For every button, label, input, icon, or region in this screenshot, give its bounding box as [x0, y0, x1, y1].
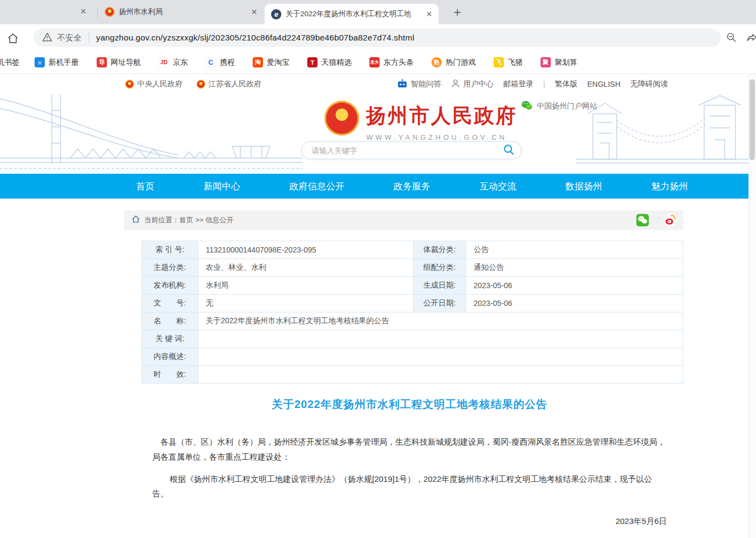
bookmarks-bar: 机书签 ≡ 新机手册 导 网址导航 JD 京东 C 携程 淘 爱淘宝 T 天猫精… — [0, 51, 756, 74]
bookmark-label: 热门游戏 — [446, 58, 476, 67]
meta-label: 组配分类: — [414, 259, 466, 277]
link-accessibility[interactable]: 无障碍阅读 — [630, 79, 668, 89]
tab-separator — [97, 6, 98, 18]
gov-emblem-favicon — [105, 7, 114, 17]
meta-label: 发布机构: — [142, 277, 198, 295]
bookmark-label: 爱淘宝 — [267, 58, 289, 67]
manual-favicon: ≡ — [35, 57, 45, 67]
share-icon[interactable] — [746, 32, 756, 45]
site-title: 扬州市人民政府 — [366, 103, 517, 130]
table-row: 内容概述: — [142, 348, 683, 366]
link-central-government[interactable]: 中央人民政府 — [125, 79, 183, 89]
bookmark-dongfang-toutiao[interactable]: 东方 东方头条 — [369, 57, 414, 67]
nav-item-charm-yangzhou[interactable]: 魅力扬州 — [651, 180, 688, 193]
meta-label: 名 称: — [142, 312, 198, 330]
nav-item-gov-services[interactable]: 政务服务 — [394, 180, 430, 193]
breadcrumb-bar: 当前位置：首页 >> 信息公开 — [124, 210, 683, 230]
link-user-center[interactable]: 用户中心 — [451, 79, 494, 90]
portal-label: 中国扬州门户网站 — [537, 101, 597, 111]
utility-divider: | — [543, 80, 545, 88]
meta-value — [198, 366, 683, 384]
link-label: 用户中心 — [463, 79, 494, 89]
article-paragraph: 各县（市、区）水利（务）局，扬州经济开发区城乡事务管理局，生态科技新城规划建设局… — [152, 434, 667, 465]
weibo-share-icon[interactable] — [664, 214, 677, 227]
nav-item-data-yangzhou[interactable]: 数据扬州 — [565, 180, 602, 193]
url-text[interactable]: yangzhou.gov.cn/yzszxxgk/slj/202305/210c… — [96, 33, 414, 43]
bookmark-ctrip[interactable]: C 携程 — [206, 57, 235, 67]
bookmark-label: 携程 — [220, 58, 235, 67]
search-icon[interactable] — [503, 144, 515, 158]
national-emblem-logo — [325, 101, 359, 135]
site-url-caption: WWW.YANGZHOU.GOV.CN — [366, 133, 517, 141]
address-bar[interactable]: 不安全 yangzhou.gov.cn/yzszxxgk/slj/202305/… — [33, 29, 721, 47]
nav-item-interaction[interactable]: 互动交流 — [480, 180, 516, 193]
bookmark-juhuasuan[interactable]: 聚 聚划算 — [541, 57, 577, 67]
nav-item-gov-info-disclosure[interactable]: 政府信息公开 — [289, 180, 345, 193]
breadcrumb-home-icon[interactable] — [132, 215, 140, 225]
wechat-share-icon[interactable] — [636, 214, 649, 227]
bookmark-fliggy[interactable]: 飞 飞猪 — [494, 57, 523, 67]
bookmark-label: 东方头条 — [383, 58, 414, 67]
link-smart-qa[interactable]: 智能问答 — [397, 79, 441, 90]
zoom-out-icon[interactable] — [726, 32, 737, 45]
link-jiangsu-government[interactable]: 江苏省人民政府 — [197, 79, 261, 89]
page-scrollbar[interactable] — [748, 74, 756, 538]
close-tab-icon[interactable]: × — [80, 6, 86, 16]
bookmark-mobile-bookmarks[interactable]: 机书签 — [0, 58, 19, 67]
link-english[interactable]: ENGLISH — [588, 80, 620, 88]
breadcrumb-separator: >> — [195, 216, 204, 224]
table-row: 主题分类: 农业、林业、水利 组配分类: 通知公告 — [142, 259, 683, 277]
security-label: 不安全 — [57, 33, 82, 43]
nav-item-home[interactable]: 首页 — [136, 180, 154, 193]
breadcrumb: 当前位置：首页 >> 信息公开 — [144, 215, 233, 225]
bookmark-label: 新机手册 — [49, 58, 79, 67]
bookmark-hot-games[interactable]: 热 热门游戏 — [431, 57, 476, 67]
browser-tab-yangzhou-water-bureau[interactable]: 扬州市水利局 × — [98, 0, 264, 24]
bookmark-site-navigation[interactable]: 导 网址导航 — [97, 57, 141, 67]
meta-value: 2023-05-06 — [466, 295, 683, 312]
nav-item-news-center[interactable]: 新闻中心 — [204, 180, 240, 193]
meta-label: 生成日期: — [414, 277, 466, 295]
close-tab-icon[interactable]: × — [426, 9, 432, 19]
search-box[interactable] — [301, 141, 522, 159]
link-label: 智能问答 — [411, 79, 441, 89]
bookmark-jd[interactable]: JD 京东 — [159, 57, 188, 67]
scrollbar-thumb[interactable] — [750, 79, 755, 160]
bookmark-label: 聚划算 — [555, 58, 577, 67]
browser-tab-active-announcement[interactable]: e 关于2022年度扬州市水利工程文明工地 × — [265, 4, 438, 24]
close-tab-icon[interactable]: × — [251, 7, 257, 17]
new-tab-button[interactable]: + — [450, 5, 465, 20]
table-row: 索 引 号: 11321000014407098E-2023-095 体裁分类:… — [142, 241, 683, 259]
meta-value: 11321000014407098E-2023-095 — [198, 241, 414, 259]
bookmark-aitaobao[interactable]: 淘 爱淘宝 — [253, 57, 289, 67]
home-icon[interactable] — [6, 32, 19, 47]
meta-label: 关 键 词: — [142, 330, 198, 348]
bookmark-new-phone-manual[interactable]: ≡ 新机手册 — [35, 57, 79, 67]
meta-value: 公告 — [466, 241, 683, 259]
portal-badge[interactable]: 中国扬州门户网站 — [521, 100, 597, 112]
meta-value — [198, 330, 683, 348]
article-title: 关于2022年度扬州市水利工程文明工地考核结果的公告 — [152, 397, 667, 412]
browser-tab-strip: × 扬州市水利局 × e 关于2022年度扬州市水利工程文明工地 × + — [0, 0, 756, 24]
bookmark-label: 飞猪 — [508, 58, 523, 67]
breadcrumb-prefix: 当前位置： — [144, 216, 179, 224]
bridge-illustration-right — [576, 94, 748, 174]
table-row: 发布机构: 水利局 生成日期: 2023-05-06 — [142, 277, 683, 295]
breadcrumb-home-link[interactable]: 首页 — [179, 216, 193, 224]
meta-label: 文 号: — [142, 295, 198, 312]
article-paragraph: 根据《扬州市水利工程文明工地建设管理办法》（扬水规[2019]1号），2022年… — [152, 472, 667, 502]
meta-label: 公开日期: — [414, 295, 466, 312]
article-date: 2023年5月6日 — [152, 516, 667, 527]
link-mail-login[interactable]: 邮箱登录 — [503, 79, 534, 89]
search-input[interactable] — [312, 146, 503, 155]
games-favicon: 热 — [431, 57, 442, 67]
breadcrumb-current-link[interactable]: 信息公开 — [205, 216, 233, 224]
meta-value: 水利局 — [198, 277, 414, 295]
link-traditional-chinese[interactable]: 繁体版 — [555, 79, 578, 89]
security-warning-icon[interactable] — [42, 32, 52, 44]
article: 关于2022年度扬州市水利工程文明工地考核结果的公告 各县（市、区）水利（务）局… — [152, 397, 667, 538]
wechat-icon — [521, 100, 532, 112]
bookmark-tmall[interactable]: T 天猫精选 — [307, 57, 352, 67]
user-icon — [451, 79, 460, 90]
meta-value: 农业、林业、水利 — [198, 259, 414, 277]
